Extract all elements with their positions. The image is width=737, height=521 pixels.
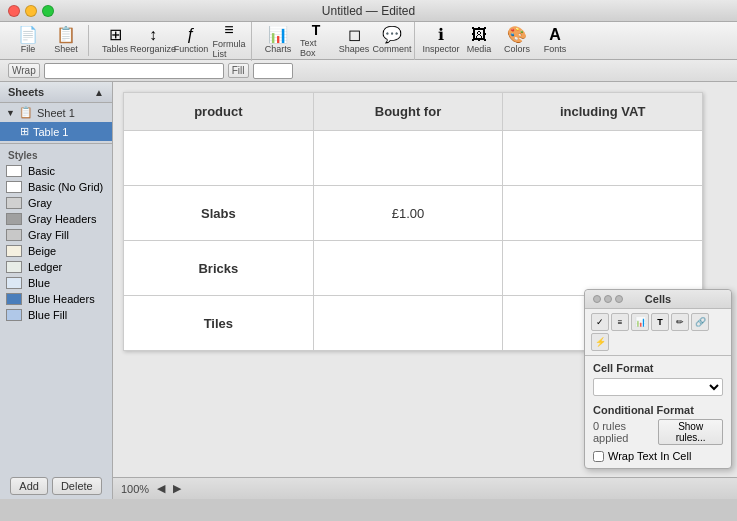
header-product[interactable]: product bbox=[124, 93, 314, 131]
style-item-ledger[interactable]: Ledger bbox=[0, 259, 112, 275]
tables-button[interactable]: ⊞ Tables bbox=[97, 25, 133, 56]
colors-button[interactable]: 🎨 Colors bbox=[499, 25, 535, 56]
sheets-header: Sheets ▲ bbox=[0, 82, 112, 103]
cells-tb-btn-3[interactable]: 📊 bbox=[631, 313, 649, 331]
table-row: Bricks bbox=[124, 241, 703, 296]
colors-label: Colors bbox=[504, 44, 530, 54]
sheet1-label: Sheet 1 bbox=[37, 107, 75, 119]
cell-product-1[interactable]: Slabs bbox=[124, 186, 314, 241]
style-item-basic[interactable]: Basic bbox=[0, 163, 112, 179]
status-bar: 100% ◀ ▶ bbox=[113, 477, 737, 499]
style-label-gray-headers: Gray Headers bbox=[28, 213, 96, 225]
formula-list-button[interactable]: ≡ Formula List bbox=[211, 20, 247, 61]
style-item-gray-fill[interactable]: Gray Fill bbox=[0, 227, 112, 243]
text-box-icon: T bbox=[312, 23, 321, 37]
sheet-nav-prev[interactable]: ◀ bbox=[157, 482, 165, 495]
style-item-gray[interactable]: Gray bbox=[0, 195, 112, 211]
style-item-blue-fill[interactable]: Blue Fill bbox=[0, 307, 112, 323]
style-item-gray-headers[interactable]: Gray Headers bbox=[0, 211, 112, 227]
table-header-row: product Bought for including VAT bbox=[124, 93, 703, 131]
show-rules-button[interactable]: Show rules... bbox=[658, 419, 723, 445]
wrap-button[interactable]: Wrap bbox=[8, 63, 40, 78]
name-input[interactable] bbox=[253, 63, 293, 79]
style-item-beige[interactable]: Beige bbox=[0, 243, 112, 259]
style-item-basic-no-grid[interactable]: Basic (No Grid) bbox=[0, 179, 112, 195]
sidebar-item-sheet1[interactable]: ▼ 📋 Sheet 1 bbox=[0, 103, 112, 122]
cell-product-3[interactable]: Tiles bbox=[124, 296, 314, 351]
cell-product-2[interactable]: Bricks bbox=[124, 241, 314, 296]
formula-list-label: Formula List bbox=[213, 39, 246, 59]
window-title: Untitled — Edited bbox=[322, 4, 415, 18]
fill-segment: Fill bbox=[228, 63, 249, 78]
cells-tb-btn-4[interactable]: T bbox=[651, 313, 669, 331]
cell-bought-2[interactable] bbox=[313, 241, 503, 296]
style-label-basic: Basic bbox=[28, 165, 55, 177]
comment-label: Comment bbox=[373, 44, 412, 54]
maximize-button[interactable] bbox=[42, 5, 54, 17]
sidebar-bottom-buttons: Add Delete bbox=[0, 473, 112, 499]
fill-button[interactable]: Fill bbox=[228, 63, 249, 78]
cell-bought-3[interactable] bbox=[313, 296, 503, 351]
reorganize-button[interactable]: ↕ Reorganize bbox=[135, 25, 171, 56]
toolbar-group-file: 📄 File 📋 Sheet bbox=[6, 25, 89, 56]
cells-panel-title: Cells bbox=[645, 293, 671, 305]
header-bought-for[interactable]: Bought for bbox=[313, 93, 503, 131]
cells-tb-btn-7[interactable]: ⚡ bbox=[591, 333, 609, 351]
shapes-button[interactable]: ◻ Shapes bbox=[336, 25, 372, 56]
sheet-nav-next[interactable]: ▶ bbox=[173, 482, 181, 495]
media-button[interactable]: 🖼 Media bbox=[461, 25, 497, 56]
function-button[interactable]: ƒ Function bbox=[173, 25, 209, 56]
fonts-button[interactable]: A Fonts bbox=[537, 25, 573, 56]
panel-max-dot[interactable] bbox=[615, 295, 623, 303]
toolbar-group-table: ⊞ Tables ↕ Reorganize ƒ Function ≡ Formu… bbox=[93, 20, 252, 61]
formula-list-icon: ≡ bbox=[224, 22, 233, 38]
wrap-text-checkbox[interactable] bbox=[593, 451, 604, 462]
cells-tb-btn-6[interactable]: 🔗 bbox=[691, 313, 709, 331]
sheet-icon: 📋 bbox=[56, 27, 76, 43]
style-label-beige: Beige bbox=[28, 245, 56, 257]
zoom-level: 100% bbox=[121, 483, 149, 495]
comment-button[interactable]: 💬 Comment bbox=[374, 25, 410, 56]
close-button[interactable] bbox=[8, 5, 20, 17]
add-style-button[interactable]: Add bbox=[10, 477, 48, 495]
panel-min-dot[interactable] bbox=[604, 295, 612, 303]
cell-format-dropdown[interactable] bbox=[593, 378, 723, 396]
file-label: File bbox=[21, 44, 36, 54]
cell-bought-0[interactable] bbox=[313, 131, 503, 186]
fonts-label: Fonts bbox=[544, 44, 567, 54]
style-swatch-basic-no-grid bbox=[6, 181, 22, 193]
delete-style-button[interactable]: Delete bbox=[52, 477, 102, 495]
text-box-button[interactable]: T Text Box bbox=[298, 21, 334, 60]
table1-label: Table 1 bbox=[33, 126, 68, 138]
cells-tb-btn-2[interactable]: ≡ bbox=[611, 313, 629, 331]
cells-tb-btn-1[interactable]: ✓ bbox=[591, 313, 609, 331]
panel-close-dot[interactable] bbox=[593, 295, 601, 303]
sheets-toggle-icon[interactable]: ▲ bbox=[94, 87, 104, 98]
minimize-button[interactable] bbox=[25, 5, 37, 17]
inspector-button[interactable]: ℹ Inspector bbox=[423, 25, 459, 56]
charts-button[interactable]: 📊 Charts bbox=[260, 25, 296, 56]
sheet-label: Sheet bbox=[54, 44, 78, 54]
style-item-blue-headers[interactable]: Blue Headers bbox=[0, 291, 112, 307]
file-button[interactable]: 📄 File bbox=[10, 25, 46, 56]
function-label: Function bbox=[174, 44, 209, 54]
cell-format-label: Cell Format bbox=[593, 362, 723, 374]
cell-bought-1[interactable]: £1.00 bbox=[313, 186, 503, 241]
table1-icon: ⊞ bbox=[20, 125, 29, 138]
formula-input[interactable] bbox=[44, 63, 224, 79]
style-swatch-ledger bbox=[6, 261, 22, 273]
styles-section-label: Styles bbox=[0, 146, 112, 163]
cells-tb-btn-5[interactable]: ✏ bbox=[671, 313, 689, 331]
cell-vat-2[interactable] bbox=[503, 241, 703, 296]
traffic-lights bbox=[8, 5, 54, 17]
inspector-label: Inspector bbox=[422, 44, 459, 54]
shapes-icon: ◻ bbox=[348, 27, 361, 43]
cell-vat-0[interactable] bbox=[503, 131, 703, 186]
cell-vat-1[interactable] bbox=[503, 186, 703, 241]
header-including-vat[interactable]: including VAT bbox=[503, 93, 703, 131]
sidebar-item-table1[interactable]: ⊞ Table 1 bbox=[0, 122, 112, 141]
cell-product-0[interactable] bbox=[124, 131, 314, 186]
style-item-blue[interactable]: Blue bbox=[0, 275, 112, 291]
style-swatch-blue-fill bbox=[6, 309, 22, 321]
sheet-button[interactable]: 📋 Sheet bbox=[48, 25, 84, 56]
